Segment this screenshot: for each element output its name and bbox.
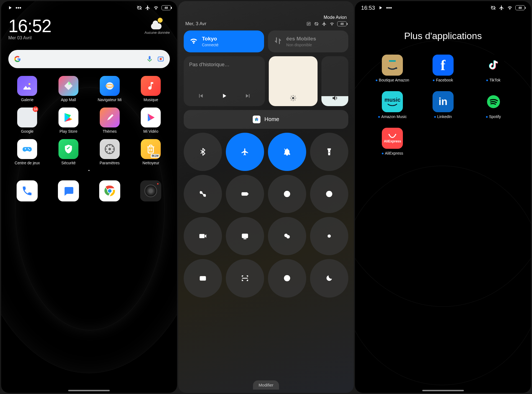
home-device-tile[interactable]: Home <box>184 110 349 129</box>
hotspot-toggle[interactable] <box>268 217 306 255</box>
media-tile[interactable]: Pas d'historique… <box>184 56 265 106</box>
app-amazon-music[interactable]: musicAmazon Music <box>367 91 418 119</box>
nav-hint[interactable] <box>422 390 464 391</box>
night-toggle[interactable] <box>310 259 348 297</box>
dock-phone[interactable] <box>17 180 38 201</box>
control-center-screen: Mode Avion Mer, 3 Avr 48 TokyoConnecté é… <box>178 1 354 393</box>
wifi-icon <box>507 5 513 11</box>
scan-toggle[interactable] <box>226 259 264 297</box>
weather-widget[interactable]: Aucune donnée <box>145 17 170 40</box>
app-parametres[interactable]: Paramètres <box>89 139 130 165</box>
status-bar: ••• 48 <box>1 1 177 13</box>
expand-icon <box>7 5 13 11</box>
lens-icon[interactable] <box>157 55 164 63</box>
weather-label: Aucune donnée <box>145 30 170 35</box>
svg-rect-20 <box>242 234 248 238</box>
dock-camera[interactable] <box>140 180 161 201</box>
status-bar: 16:53 ••• 48 <box>355 1 531 13</box>
app-grid: Galerie App Mall Navigateur Mi Musique 1… <box>1 68 177 165</box>
sync-toggle[interactable] <box>268 259 306 297</box>
app-spotify[interactable]: Spotify <box>468 91 519 119</box>
search-bar[interactable] <box>8 50 170 68</box>
wifi-icon <box>189 36 198 46</box>
svg-point-7 <box>108 148 111 150</box>
app-galerie[interactable]: Galerie <box>7 76 48 102</box>
screen-record-toggle[interactable] <box>184 217 222 255</box>
svg-point-3 <box>29 83 30 85</box>
dock-messages[interactable] <box>58 180 79 201</box>
app-facebook[interactable]: fFacebook <box>418 55 468 82</box>
svg-point-22 <box>287 236 290 238</box>
dark-mode-toggle[interactable] <box>268 175 306 213</box>
app-aliexpress[interactable]: AliExpressAliExpress <box>367 128 418 155</box>
mobile-data-tile[interactable]: ées MobilesNon disponible <box>268 30 348 52</box>
cast-toggle[interactable] <box>226 217 264 255</box>
rotation-lock-toggle[interactable] <box>310 175 348 213</box>
chevron-up-icon <box>86 168 91 174</box>
app-appmall[interactable]: App Mall <box>48 76 89 102</box>
play-icon[interactable] <box>221 92 228 101</box>
svg-point-23 <box>329 236 330 237</box>
nav-hint[interactable] <box>68 390 110 391</box>
svg-rect-26 <box>389 60 396 62</box>
media-text: Pas d'historique… <box>189 62 260 68</box>
brightness-icon <box>290 94 297 102</box>
svg-rect-24 <box>200 277 206 280</box>
airplane-toggle[interactable] <box>226 133 264 171</box>
dock-chrome[interactable] <box>99 180 120 201</box>
wifi-tile[interactable]: TokyoConnecté <box>184 30 264 52</box>
app-centre-jeux[interactable]: Centre de jeux <box>7 139 48 165</box>
app-securite[interactable]: Sécurité <box>48 139 89 165</box>
app-boutique-amazon[interactable]: Boutique Amazon <box>367 55 418 82</box>
folder-screen: 16:53 ••• 48 Plus d'applications Boutiqu… <box>355 1 531 393</box>
app-tiktok[interactable]: TikTok <box>468 55 519 82</box>
brightness-slider[interactable] <box>269 56 318 106</box>
screenshot-toggle[interactable] <box>184 175 222 213</box>
svg-point-13 <box>329 152 330 153</box>
expand-icon <box>378 5 383 11</box>
page-indicator[interactable] <box>1 165 177 177</box>
home-screen: ••• 48 16:52 Mer 03 Avril Aucune donnée … <box>1 1 177 393</box>
cc-footer: Modifier <box>178 377 354 393</box>
mini-badge: 861M <box>151 154 159 158</box>
dnd-toggle[interactable] <box>268 133 306 171</box>
status-time: 16:53 <box>361 5 375 11</box>
airplane-icon <box>499 5 504 11</box>
badge: 10 <box>33 106 38 112</box>
app-navigateur[interactable]: Navigateur Mi <box>89 76 130 102</box>
app-musique[interactable]: Musique <box>130 76 172 102</box>
weather-icon <box>151 17 163 29</box>
wifi-icon <box>329 21 334 26</box>
folder-title[interactable]: Plus d'applications <box>355 30 531 41</box>
battery-icon: 48 <box>162 5 171 10</box>
svg-point-28 <box>389 134 390 135</box>
svg-point-29 <box>395 134 397 135</box>
app-linkedin[interactable]: inLinkedIn <box>418 91 468 119</box>
vibrate-icon <box>137 5 142 11</box>
modifier-button[interactable]: Modifier <box>253 380 279 390</box>
app-mivideo[interactable]: Mi Vidéo <box>130 108 172 134</box>
flashlight-toggle[interactable] <box>310 133 348 171</box>
clock-widget[interactable]: 16:52 Mer 03 Avril <box>8 17 51 40</box>
cc-mode-label: Mode Avion <box>324 15 347 20</box>
folder-grid: Boutique Amazon fFacebook TikTok musicAm… <box>355 55 531 155</box>
app-playstore[interactable]: Play Store <box>48 108 89 134</box>
toggle-grid <box>184 133 349 298</box>
airplane-icon <box>322 21 327 26</box>
wallet-toggle[interactable] <box>184 259 222 297</box>
volume-icon <box>331 94 339 102</box>
clock-time: 16:52 <box>8 17 51 35</box>
app-google-folder[interactable]: 10Google <box>7 108 48 134</box>
next-icon[interactable] <box>244 92 251 101</box>
cc-status-icons: 48 <box>306 21 347 26</box>
google-logo-icon <box>14 55 21 63</box>
app-nettoyeur[interactable]: 861MNettoyeur <box>130 139 172 165</box>
wifi-icon <box>153 5 159 11</box>
app-themes[interactable]: Thèmes <box>89 108 130 134</box>
bluetooth-toggle[interactable] <box>184 133 222 171</box>
mic-icon[interactable] <box>146 55 153 63</box>
settings-toggle[interactable] <box>310 217 348 255</box>
volume-slider[interactable] <box>321 56 349 106</box>
battery-saver-toggle[interactable] <box>226 175 264 213</box>
prev-icon[interactable] <box>197 92 204 101</box>
